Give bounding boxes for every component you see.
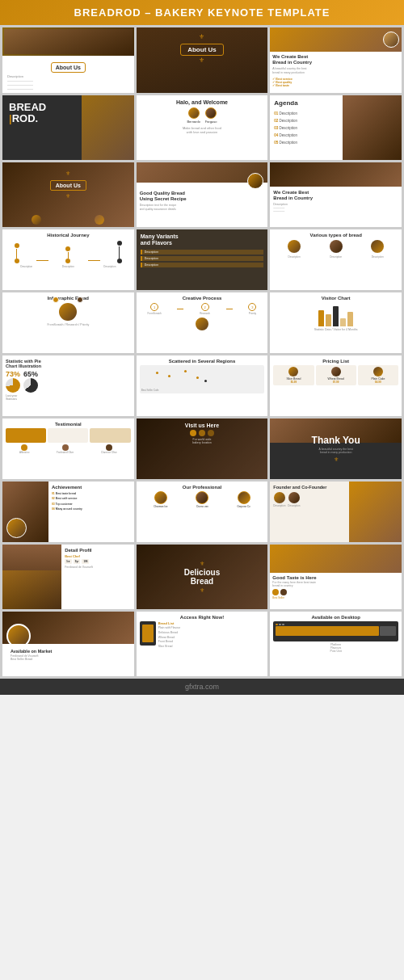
visit-desc: For world widebakery location [141, 438, 264, 444]
breadrod-logo-text: BREAD|ROD. [9, 102, 128, 125]
we-create-2-desc: Description———————— [273, 203, 398, 212]
available-market-title: Available on Market [11, 649, 132, 654]
footer-watermark: gfxtra.com [0, 679, 404, 695]
person1-name: Bernardo [187, 120, 200, 124]
available-desktop-title: Available on Desktop [273, 615, 398, 620]
testimonial-title: Testimonial [6, 422, 131, 427]
slide-visit[interactable]: Visit us Here For world widebakery locat… [137, 418, 268, 479]
slide-testimonial[interactable]: Testimonial Affonzino Ferdinand Olive Cl… [2, 418, 134, 479]
slide-professional[interactable]: Our Professional Charman Ice Dunno van G… [137, 482, 268, 542]
variant-desc1: Description [145, 250, 262, 254]
slide-infographic[interactable]: Infographic Bread FromScratch / Research… [2, 292, 134, 353]
profil-person-name: Ferdinand de Vourseft [65, 566, 130, 569]
achievement-title: Achievement [52, 485, 131, 490]
variant-desc2: Description [145, 257, 262, 260]
slide-achievement[interactable]: Achievement 01 Best taste bread 02 Best … [2, 482, 134, 542]
founder-title: Founder and Co-Founder [273, 485, 346, 490]
variant-desc3: Description [145, 263, 262, 267]
ornament-top: ⚜ [141, 34, 264, 40]
slide-detail-profil[interactable]: Detail Profil Best Chef 5★ 9yr 196 Ferdi… [2, 545, 134, 609]
slide-visitor-chart[interactable]: Visitor Chart Statistic Data / Visitor f… [270, 292, 402, 353]
slide-access[interactable]: Access Right Now! Bread List Plain with … [137, 612, 268, 676]
slide-agenda[interactable]: Agenda 01 Description 02 Description 03 … [270, 95, 402, 160]
slide-creative-process[interactable]: Creative Process 1 FromScratch 2 Researc… [137, 292, 268, 353]
hero-about-us-title: About Us [180, 44, 224, 56]
pricing-title: Pricing List [273, 359, 398, 364]
welcome-title: Halo, and Welcome [141, 99, 264, 105]
slides-grid: About Us Description————————————————————… [0, 25, 404, 679]
slide-various-types[interactable]: Various types of bread Description Descr… [270, 229, 402, 290]
thank-you-desc: A beautiful country the bestbread in man… [319, 448, 353, 454]
creative-process-title: Creative Process [140, 296, 265, 301]
achievement-items: 01 Best taste bread 02 Best café service… [52, 491, 131, 511]
thank-you-title: Thank You [312, 435, 360, 446]
desktop-desc: PlatformFlavoursPost Unit [273, 643, 398, 653]
header-banner: BREADROD – BAKERY KEYNOTE TEMPLATE [0, 0, 404, 25]
slide-we-create-2[interactable]: We Create BestBread in Country Descripti… [270, 162, 402, 227]
slide-pricing[interactable]: Pricing List Slice Bread $5.99 Wheat Bre… [270, 355, 402, 416]
infographic-desc: FromScratch / Research / Priority [6, 323, 131, 326]
detail-profil-title: Detail Profil [65, 548, 130, 553]
slide-about-us-dark[interactable]: ⚜ About Us ⚜ [2, 162, 134, 227]
stat-desc: Last yearStatistics [6, 394, 131, 401]
slide-we-create[interactable]: We Create BestBread in Country A beautif… [270, 27, 402, 93]
slide-historical[interactable]: Historical Journey [2, 229, 134, 290]
stat-value2: 65% [23, 370, 38, 378]
access-title: Access Right Now! [140, 615, 265, 620]
slide-founder[interactable]: Founder and Co-Founder Description Descr… [270, 482, 402, 542]
agenda-title: Agenda [274, 99, 398, 107]
slide-statistic-pie[interactable]: Statistic with PieChart Illustration 73%… [2, 355, 134, 416]
statistic-title: Statistic with PieChart Illustration [6, 359, 131, 368]
ornament-bottom: ⚜ [141, 57, 264, 64]
ornament2: ⚜ [6, 170, 130, 176]
historical-title: Historical Journey [6, 233, 131, 238]
slide-welcome[interactable]: Halo, and Welcome Bernardo Farguso Make … [137, 95, 268, 160]
slide-available-market[interactable]: Available on Market Ferdinand de Voursef… [2, 612, 134, 676]
stat-value1: 73% [6, 370, 20, 378]
slide-description-text: Description———————————————————————— [5, 74, 132, 90]
scattered-title: Scattered in Several Regions [140, 359, 265, 364]
about-us-badge: About Us [51, 62, 86, 73]
slide-variants[interactable]: Many Variantsand Flavors Description Des… [137, 229, 268, 290]
person-name: Best Chef [65, 554, 130, 558]
professional-title: Our Professional [140, 485, 265, 490]
we-create-title: We Create BestBread in Country [272, 54, 399, 65]
slide-breadrod-logo[interactable]: BREAD|ROD. [2, 95, 134, 160]
good-taste-title: Good Taste is Here [272, 575, 399, 580]
slide-good-quality[interactable]: Good Quality BreadUsing Secret Recipe De… [137, 162, 268, 227]
we-create-2-title: We Create BestBread in Country [273, 190, 398, 201]
agenda-items: 01 Description 02 Description 03 Descrip… [274, 110, 398, 146]
variants-title: Many Variantsand Flavors [141, 233, 264, 247]
available-market-desc: Ferdinand de VourseftBest Seller Bread [11, 654, 132, 661]
good-taste-desc: For the many here there best tastebread … [272, 581, 399, 587]
visitor-chart-title: Visitor Chart [273, 296, 398, 301]
we-create-desc: A beautiful country the bestbread in man… [272, 67, 399, 75]
welcome-quote: Make bread and other foodwith love and p… [141, 126, 264, 134]
about-us-dark-title: About Us [50, 180, 86, 191]
infographic-title: Infographic Bread [6, 296, 131, 301]
slide-about-us-label[interactable]: About Us Description————————————————————… [2, 27, 134, 93]
slide-hero-about[interactable]: ⚜ About Us ⚜ [137, 27, 268, 93]
slide-delicious-bread[interactable]: ⚜ DeliciousBread ⚜ [137, 545, 268, 609]
ornament-delicious2: ⚜ [200, 587, 204, 593]
good-quality-desc: Description text for the recipeand quali… [140, 204, 265, 211]
slide-available-desktop[interactable]: Available on Desktop PlatformFlavoursPos… [270, 612, 402, 676]
good-quality-title: Good Quality BreadUsing Secret Recipe [140, 191, 265, 202]
visit-title: Visit us Here [141, 423, 264, 428]
delicious-title: DeliciousBread [184, 568, 220, 586]
various-types-title: Various types of bread [273, 233, 398, 238]
ornament3: ⚜ [6, 193, 130, 199]
slide-scattered[interactable]: Scattered in Several Regions Best Seller… [137, 355, 268, 416]
slide-thank-you[interactable]: Thank You A beautiful country the bestbr… [270, 418, 402, 479]
slide-good-taste[interactable]: Good Taste is Here For the many here the… [270, 545, 402, 609]
ornament-delicious: ⚜ [200, 561, 204, 566]
chart-legend: Statistic Data / Visitor for 4 Months [273, 328, 398, 331]
person2-name: Farguso [205, 120, 217, 124]
